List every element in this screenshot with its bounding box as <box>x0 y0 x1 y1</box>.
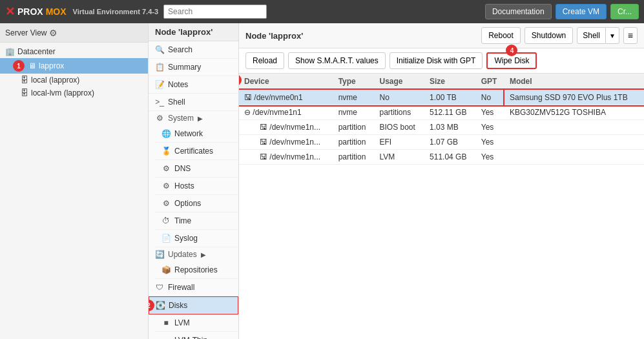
col-header-size: Size <box>424 74 476 90</box>
nav-item-repositories[interactable]: 📦 Repositories <box>155 262 238 279</box>
logo: ✕ PROXMOX Virtual Environment 7.4-3 <box>5 5 158 19</box>
wipe-disk-wrapper: 4 Wipe Disk <box>486 52 537 69</box>
nav-item-notes[interactable]: 📝 Notes <box>149 76 238 94</box>
tree-item-local-lvm[interactable]: 🗄 local-lvm (lapprox) <box>0 87 148 99</box>
col-header-device: 3 Device <box>239 74 333 90</box>
disks-nav-icon: 💽 <box>156 301 165 310</box>
nav-item-options[interactable]: ⚙ Options <box>155 195 238 212</box>
time-nav-icon: ⏱ <box>161 216 171 225</box>
cell-gpt: Yes <box>476 135 504 150</box>
tree-item-lapprox[interactable]: 1 🖥 lapprox <box>0 58 148 74</box>
nav-label-certificates: Certificates <box>174 147 213 156</box>
reboot-button[interactable]: Reboot <box>481 27 521 44</box>
search-nav-icon: 🔍 <box>155 45 164 54</box>
nav-group-updates[interactable]: 🔄 Updates ▶ <box>149 247 238 262</box>
nav-label-repositories: Repositories <box>174 265 218 274</box>
disk-icon: ⊖ <box>244 108 251 117</box>
nav-item-shell[interactable]: >_ Shell <box>149 94 238 111</box>
table-row[interactable]: 🖫 /dev/nvme1n... partition LVM 511.04 GB… <box>239 150 644 165</box>
search-input[interactable] <box>163 5 267 19</box>
tree-label-local-lvm: local-lvm (lapprox) <box>31 88 94 98</box>
nav-item-certificates[interactable]: 🏅 Certificates <box>155 143 238 160</box>
nav-item-lvm[interactable]: ■ LVM <box>155 314 238 332</box>
system-icon: ⚙ <box>155 114 164 123</box>
annotation-2: 2 <box>149 300 154 311</box>
version-label: Virtual Environment 7.4-3 <box>73 8 158 15</box>
hosts-nav-icon: ⚙ <box>161 181 171 190</box>
create-vm-button[interactable]: Create VM <box>556 4 607 19</box>
cell-usage: LVM <box>374 150 424 165</box>
cell-type: nvme <box>333 90 375 105</box>
nav-item-disks[interactable]: 2 💽 Disks <box>149 296 238 314</box>
cell-size: 1.07 GB <box>424 135 476 150</box>
cell-model: Samsung SSD 970 EVO Plus 1TB <box>504 90 644 105</box>
nav-item-dns[interactable]: ⚙ DNS <box>155 160 238 178</box>
shutdown-button[interactable]: Shutdown <box>525 27 573 44</box>
nav-item-time[interactable]: ⏱ Time <box>155 212 238 230</box>
nav-label-hosts: Hosts <box>174 181 194 190</box>
options-nav-icon: ⚙ <box>161 199 171 208</box>
nav-label-time: Time <box>174 216 191 225</box>
cell-usage: BIOS boot <box>374 120 424 135</box>
node-nav-title: Node 'lapprox' <box>149 23 238 41</box>
table-body: 🖫 /dev/nvme0n1 nvme No 1.00 TB No Samsun… <box>239 90 644 165</box>
cell-device: 🖫 /dev/nvme1n... <box>239 150 333 165</box>
shell-caret-button[interactable]: ▼ <box>606 27 619 44</box>
nav-item-search[interactable]: 🔍 Search <box>149 41 238 59</box>
nav-label-system: System <box>168 114 194 123</box>
table-row[interactable]: ⊖ /dev/nvme1n1 nvme partitions 512.11 GB… <box>239 105 644 120</box>
nav-label-search: Search <box>168 45 192 54</box>
updates-icon: 🔄 <box>155 250 164 259</box>
nav-item-summary[interactable]: 📋 Summary <box>149 59 238 76</box>
cell-size: 511.04 GB <box>424 150 476 165</box>
nav-label-lvm-thin: LVM-Thin <box>174 336 207 339</box>
more-button[interactable]: ≡ <box>623 27 638 44</box>
nav-label-shell: Shell <box>168 98 185 107</box>
nav-item-syslog[interactable]: 📄 Syslog <box>155 230 238 247</box>
nav-sub-system: 🌐 Network 🏅 Certificates ⚙ DNS ⚙ Hosts ⚙… <box>149 125 238 247</box>
mox-label: MOX <box>46 6 67 17</box>
tree-item-local[interactable]: 🗄 local (lapprox) <box>0 74 148 87</box>
nav-item-lvm-thin[interactable]: ○ LVM-Thin <box>155 332 238 339</box>
cell-type: nvme <box>333 105 375 120</box>
nav-item-hosts[interactable]: ⚙ Hosts <box>155 178 238 195</box>
lvm-thin-nav-icon: ○ <box>161 336 171 339</box>
cell-size: 1.00 TB <box>424 90 476 105</box>
server-view-header: Server View ⚙ <box>0 23 148 43</box>
initialize-disk-button[interactable]: Initialize Disk with GPT <box>390 52 483 69</box>
toolbar: Reload Show S.M.A.R.T. values Initialize… <box>239 48 644 74</box>
nav-item-network[interactable]: 🌐 Network <box>155 125 238 143</box>
nav-group-system[interactable]: ⚙ System ▶ <box>149 111 238 125</box>
create-ct-button[interactable]: Cr... <box>610 4 639 19</box>
table-row[interactable]: 🖫 /dev/nvme0n1 nvme No 1.00 TB No Samsun… <box>239 90 644 105</box>
table-row[interactable]: 🖫 /dev/nvme1n... partition EFI 1.07 GB Y… <box>239 135 644 150</box>
prox-label: PROX <box>17 6 43 17</box>
dns-nav-icon: ⚙ <box>161 164 171 173</box>
cell-size: 512.11 GB <box>424 105 476 120</box>
network-nav-icon: 🌐 <box>161 129 171 138</box>
nav-label-network: Network <box>174 129 203 138</box>
tree-label-lapprox: lapprox <box>39 61 64 70</box>
shell-nav-icon: >_ <box>155 98 164 107</box>
cell-device: 🖫 /dev/nvme1n... <box>239 135 333 150</box>
cell-model <box>504 120 644 135</box>
tree-item-datacenter[interactable]: 🏢 Datacenter <box>0 45 148 58</box>
server-view-label: Server View <box>5 28 47 37</box>
shell-button[interactable]: Shell <box>577 27 606 44</box>
documentation-button[interactable]: Documentation <box>485 4 552 19</box>
nav-label-notes: Notes <box>168 80 188 89</box>
disks-table: 3 Device Type Usage Size GPT Model <box>239 74 644 165</box>
cell-usage: partitions <box>374 105 424 120</box>
nav-label-summary: Summary <box>168 63 201 72</box>
col-header-type: Type <box>333 74 375 90</box>
smart-values-button[interactable]: Show S.M.A.R.T. values <box>288 52 386 69</box>
reload-button[interactable]: Reload <box>245 52 284 69</box>
table-row[interactable]: 🖫 /dev/nvme1n... partition BIOS boot 1.0… <box>239 120 644 135</box>
nav-label-disks: Disks <box>169 301 187 310</box>
disk-icon: 🖫 <box>244 93 252 102</box>
nav-label-options: Options <box>174 199 201 208</box>
gear-button[interactable]: ⚙ <box>49 28 57 38</box>
annotation-4: 4 <box>506 45 517 56</box>
nav-item-firewall[interactable]: 🛡 Firewall <box>149 279 238 296</box>
datacenter-icon: 🏢 <box>5 47 15 56</box>
